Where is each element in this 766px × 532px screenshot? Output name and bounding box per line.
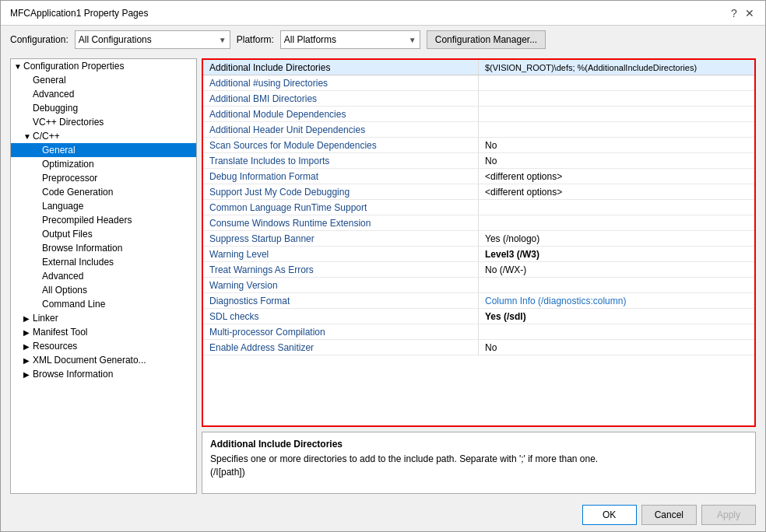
tree-item-output-files[interactable]: Output Files — [11, 227, 196, 241]
config-dropdown[interactable]: All Configurations ▼ — [75, 30, 230, 49]
tree-item-resources[interactable]: ▶ Resources — [11, 339, 196, 353]
prop-row[interactable]: Warning Level Level3 (/W3) — [203, 247, 754, 262]
tree-item-browse-info[interactable]: Browse Information — [11, 241, 196, 255]
prop-row[interactable]: Debug Information Format <different opti… — [203, 169, 754, 184]
prop-row[interactable]: Treat Warnings As Errors No (/WX-) — [203, 262, 754, 278]
tree-item-cpp-general[interactable]: General — [11, 143, 196, 157]
prop-value — [479, 75, 754, 90]
right-panel: Additional Include Directories $(VISION_… — [202, 58, 756, 494]
platform-chevron-icon: ▼ — [409, 36, 416, 44]
tree-item-precompiled[interactable]: Precompiled Headers — [11, 213, 196, 227]
description-text: Specifies one or more directories to add… — [210, 453, 747, 479]
prop-name-additional-include: Additional Include Directories — [203, 60, 479, 75]
tree-item-manifest-tool[interactable]: ▶ Manifest Tool — [11, 325, 196, 339]
prop-row[interactable]: Support Just My Code Debugging <differen… — [203, 184, 754, 200]
tree-item-all-options[interactable]: All Options — [11, 283, 196, 297]
tree-item-optimization[interactable]: Optimization — [11, 157, 196, 171]
expand-icon: ▶ — [23, 342, 31, 351]
cancel-button[interactable]: Cancel — [641, 505, 697, 525]
tree-item-cpp[interactable]: ▼ C/C++ — [11, 129, 196, 143]
prop-name: Additional #using Directories — [203, 75, 479, 90]
config-manager-button[interactable]: Configuration Manager... — [427, 30, 546, 49]
prop-row[interactable]: Enable Address Sanitizer No — [203, 340, 754, 355]
prop-value-additional-include: $(VISION_ROOT)\defs; %(AdditionalInclude… — [479, 60, 754, 75]
tree-item-external-includes[interactable]: External Includes — [11, 255, 196, 269]
tree-panel: ▼ Configuration Properties General Advan… — [10, 58, 197, 494]
expand-icon: ▼ — [14, 62, 22, 71]
dialog-title: MFCApplication1 Property Pages — [10, 8, 148, 19]
prop-name: Scan Sources for Module Dependencies — [203, 138, 479, 152]
prop-name: SDL checks — [203, 309, 479, 324]
prop-value — [479, 200, 754, 215]
config-row: Configuration: All Configurations ▼ Plat… — [1, 26, 765, 54]
platform-dropdown-value: All Platforms — [284, 34, 336, 45]
prop-name: Warning Level — [203, 247, 479, 261]
prop-row[interactable]: Additional Module Dependencies — [203, 107, 754, 122]
prop-name: Additional Header Unit Dependencies — [203, 122, 479, 137]
tree-item-config-props[interactable]: ▼ Configuration Properties — [11, 59, 196, 73]
description-panel: Additional Include Directories Specifies… — [202, 432, 756, 494]
prop-value: Yes (/nologo) — [479, 231, 754, 246]
prop-value: Yes (/sdl) — [479, 309, 754, 324]
prop-value: No — [479, 340, 754, 355]
prop-row[interactable]: Consume Windows Runtime Extension — [203, 215, 754, 231]
tree-item-label: General — [42, 145, 76, 156]
prop-name: Diagnostics Format — [203, 293, 479, 308]
prop-row[interactable]: Warning Version — [203, 278, 754, 293]
help-button[interactable]: ? — [728, 7, 740, 19]
prop-row[interactable]: SDL checks Yes (/sdl) — [203, 309, 754, 324]
close-button[interactable]: ✕ — [743, 7, 756, 19]
prop-row[interactable]: Suppress Startup Banner Yes (/nologo) — [203, 231, 754, 247]
tree-item-vc-dirs[interactable]: VC++ Directories — [11, 115, 196, 129]
ok-button[interactable]: OK — [582, 505, 637, 525]
tree-item-label: Command Line — [42, 299, 105, 310]
tree-item-label: XML Document Generato... — [33, 355, 146, 366]
prop-value — [479, 107, 754, 121]
tree-item-advanced[interactable]: Advanced — [11, 87, 196, 101]
tree-item-label: Linker — [33, 313, 58, 324]
expand-icon: ▶ — [23, 314, 31, 323]
title-bar: MFCApplication1 Property Pages ? ✕ — [1, 1, 765, 26]
title-bar-controls: ? ✕ — [728, 7, 756, 19]
prop-name: Common Language RunTime Support — [203, 200, 479, 215]
prop-row[interactable]: Scan Sources for Module Dependencies No — [203, 138, 754, 153]
prop-name: Additional Module Dependencies — [203, 107, 479, 121]
tree-item-label: Code Generation — [42, 187, 113, 198]
prop-value: No — [479, 153, 754, 168]
tree-item-browse-info2[interactable]: ▶ Browse Information — [11, 367, 196, 381]
tree-item-label: Resources — [33, 341, 77, 352]
tree-item-label: Advanced — [42, 271, 83, 282]
tree-item-command-line[interactable]: Command Line — [11, 297, 196, 311]
tree-item-preprocessor[interactable]: Preprocessor — [11, 171, 196, 185]
tree-item-label: Configuration Properties — [23, 61, 124, 72]
prop-value — [479, 278, 754, 292]
tree-item-linker[interactable]: ▶ Linker — [11, 311, 196, 325]
tree-item-label: C/C++ — [33, 131, 60, 142]
tree-item-debugging[interactable]: Debugging — [11, 101, 196, 115]
prop-value — [479, 215, 754, 230]
prop-value: No (/WX-) — [479, 262, 754, 277]
prop-row[interactable]: Additional #using Directories — [203, 75, 754, 91]
prop-name: Consume Windows Runtime Extension — [203, 215, 479, 230]
prop-row[interactable]: Translate Includes to Imports No — [203, 153, 754, 169]
prop-row-highlighted[interactable]: Additional Include Directories $(VISION_… — [203, 60, 754, 75]
platform-dropdown[interactable]: All Platforms ▼ — [280, 30, 420, 49]
prop-row[interactable]: Multi-processor Compilation — [203, 324, 754, 340]
main-area: ▼ Configuration Properties General Advan… — [1, 54, 765, 499]
apply-button[interactable]: Apply — [701, 505, 756, 525]
tree-item-general[interactable]: General — [11, 73, 196, 87]
tree-item-xml-doc[interactable]: ▶ XML Document Generato... — [11, 353, 196, 367]
tree-item-code-gen[interactable]: Code Generation — [11, 185, 196, 199]
prop-name: Debug Information Format — [203, 169, 479, 184]
prop-row[interactable]: Diagnostics Format Column Info (/diagnos… — [203, 293, 754, 309]
tree-item-language[interactable]: Language — [11, 199, 196, 213]
tree-item-label: Language — [42, 201, 83, 212]
prop-name: Support Just My Code Debugging — [203, 184, 479, 199]
tree-item-label: Debugging — [33, 103, 78, 114]
prop-row[interactable]: Common Language RunTime Support — [203, 200, 754, 215]
tree-item-advanced2[interactable]: Advanced — [11, 269, 196, 283]
prop-row[interactable]: Additional Header Unit Dependencies — [203, 122, 754, 138]
tree-item-label: Browse Information — [33, 369, 113, 380]
prop-row[interactable]: Additional BMI Directories — [203, 91, 754, 107]
tree-item-label: All Options — [42, 285, 87, 296]
